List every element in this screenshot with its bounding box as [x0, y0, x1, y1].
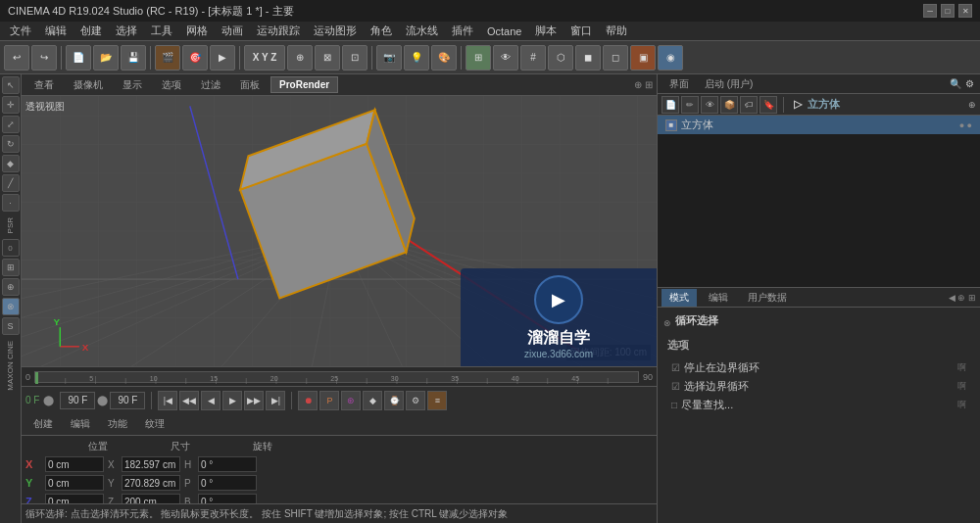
- flat-btn[interactable]: ◻: [603, 45, 628, 71]
- play-button[interactable]: ▶: [222, 391, 242, 410]
- object-item-cube[interactable]: ■ 立方体 ● ●: [658, 116, 980, 134]
- vert-icon[interactable]: ·: [2, 194, 20, 212]
- tab-userdata[interactable]: 用户数据: [740, 289, 795, 307]
- ipr-btn[interactable]: ◉: [658, 45, 683, 71]
- render-all-button[interactable]: ▶: [210, 45, 235, 71]
- snap-icon[interactable]: ⊞: [2, 259, 20, 276]
- tab-function[interactable]: 功能: [100, 415, 135, 433]
- timeline-ruler[interactable]: 0: [22, 366, 657, 386]
- auto-key-button[interactable]: ⌚: [384, 391, 404, 410]
- menu-motiontrack[interactable]: 运动跟踪: [251, 22, 306, 40]
- shaded-btn[interactable]: ◼: [575, 45, 601, 71]
- record-all-button[interactable]: ⊛: [341, 391, 361, 410]
- snap-btn[interactable]: ⊞: [466, 45, 491, 71]
- obj-mgr-controls[interactable]: ⊕: [968, 100, 976, 110]
- motion-button[interactable]: ≡: [427, 391, 447, 410]
- undo-button[interactable]: ↩: [4, 45, 29, 71]
- open-button[interactable]: 📂: [93, 45, 119, 71]
- keyframe-button[interactable]: ◆: [363, 391, 382, 410]
- obj-mgr-object-icon[interactable]: 📦: [720, 96, 738, 114]
- mode-btn2[interactable]: ⊠: [315, 45, 340, 71]
- tab-edit[interactable]: 编辑: [63, 415, 98, 433]
- rotate-icon[interactable]: ↻: [2, 135, 20, 153]
- rp-tab-startup[interactable]: 启动 (用户): [699, 75, 759, 93]
- prop-select-loop[interactable]: ☑ 选择边界循环 啊: [663, 377, 974, 396]
- prop-stop-loop[interactable]: ☑ 停止在边界循环 啊: [663, 358, 974, 377]
- x-size-input[interactable]: [122, 456, 180, 472]
- tab-camera[interactable]: 摄像机: [65, 75, 112, 95]
- menu-tools[interactable]: 工具: [145, 22, 178, 40]
- prop-find-max[interactable]: □ 尽量查找... 啊: [663, 396, 974, 414]
- tab-filter[interactable]: 过滤: [192, 75, 229, 95]
- mat-btn[interactable]: 🎨: [431, 45, 457, 71]
- tab-panel[interactable]: 面板: [231, 75, 269, 95]
- y-size-input[interactable]: [122, 475, 180, 491]
- tab-view[interactable]: 查看: [25, 75, 63, 95]
- rp-search-icon[interactable]: 🔍: [950, 78, 961, 89]
- object-vis-icons[interactable]: ● ●: [959, 120, 972, 130]
- tab-prorender[interactable]: ProRender: [270, 76, 338, 93]
- redo-button[interactable]: ↪: [31, 45, 57, 71]
- new-button[interactable]: 📄: [66, 45, 91, 71]
- select-icon[interactable]: ↖: [2, 76, 20, 94]
- menu-octane[interactable]: Octane: [481, 24, 527, 39]
- maximize-button[interactable]: □: [941, 4, 955, 18]
- y-pos-input[interactable]: [45, 475, 104, 491]
- prev-frame-button[interactable]: ◀◀: [179, 391, 199, 410]
- axis-icon[interactable]: ⊕: [2, 278, 20, 296]
- save-button[interactable]: 💾: [121, 45, 146, 71]
- menu-create[interactable]: 创建: [74, 22, 108, 40]
- tab-display[interactable]: 显示: [114, 75, 151, 95]
- object-tree[interactable]: ■ 立方体 ● ●: [658, 116, 980, 288]
- obj-mgr-file-icon[interactable]: 📄: [662, 96, 679, 114]
- wire-btn[interactable]: ⬡: [548, 45, 573, 71]
- record-pos-button[interactable]: P: [319, 391, 339, 410]
- paint-icon[interactable]: S: [2, 317, 20, 335]
- obj-mgr-tag-icon[interactable]: 🏷: [740, 96, 758, 114]
- menu-character[interactable]: 角色: [365, 22, 398, 40]
- mode-btn3[interactable]: ⊡: [342, 45, 368, 71]
- obj-mgr-bookmark-icon[interactable]: 🔖: [760, 96, 777, 114]
- viewport[interactable]: X Y 透视视图 网格间距: 100 cm ▶ 溜溜自学 zixue.3d66.…: [22, 96, 657, 366]
- scale-icon[interactable]: ⤢: [2, 116, 20, 133]
- menu-select[interactable]: 选择: [110, 22, 143, 40]
- loop-select-icon[interactable]: ⊗: [2, 298, 20, 315]
- record-button[interactable]: ⏺: [298, 391, 318, 410]
- move-icon[interactable]: ✛: [2, 96, 20, 114]
- display-btn[interactable]: 👁: [493, 45, 518, 71]
- menu-script[interactable]: 脚本: [529, 22, 563, 40]
- next-frame-button[interactable]: ▶▶: [244, 391, 264, 410]
- obj-mgr-edit-icon[interactable]: ✏: [681, 96, 699, 114]
- rp-tab-interface[interactable]: 界面: [663, 75, 695, 93]
- tab-texture[interactable]: 纹理: [137, 415, 172, 433]
- tab-edit-lower[interactable]: 编辑: [701, 289, 736, 307]
- render-button[interactable]: 🎬: [155, 45, 180, 71]
- camera-btn[interactable]: 📷: [376, 45, 402, 71]
- h-rot-input[interactable]: [198, 456, 257, 472]
- goto-end-button[interactable]: ▶|: [266, 391, 285, 410]
- mode-btn[interactable]: ⊕: [287, 45, 313, 71]
- menu-mesh[interactable]: 网格: [180, 22, 214, 40]
- timeline-bar[interactable]: 5 10 15 20 25 30 35 40 45: [34, 371, 639, 383]
- options-button[interactable]: ⚙: [406, 391, 425, 410]
- obj-mgr-view-icon[interactable]: 👁: [701, 96, 718, 114]
- light-btn[interactable]: 💡: [404, 45, 429, 71]
- render-region-button[interactable]: 🎯: [182, 45, 208, 71]
- min-frame-input[interactable]: [60, 392, 95, 409]
- tab-mode[interactable]: 模式: [662, 289, 697, 307]
- poly-icon[interactable]: ◆: [2, 155, 20, 172]
- menu-pipeline[interactable]: 流水线: [400, 22, 444, 40]
- max-frame-input[interactable]: [110, 392, 145, 409]
- goto-start-button[interactable]: |◀: [158, 391, 177, 410]
- rp-gear-icon[interactable]: ⚙: [965, 78, 974, 89]
- grid-btn[interactable]: #: [520, 45, 546, 71]
- x-pos-input[interactable]: [45, 456, 104, 472]
- render-prev-btn[interactable]: ▣: [630, 45, 656, 71]
- menu-help[interactable]: 帮助: [600, 22, 633, 40]
- edge-icon[interactable]: ╱: [2, 174, 20, 192]
- menu-file[interactable]: 文件: [4, 22, 37, 40]
- menu-mograph[interactable]: 运动图形: [308, 22, 363, 40]
- play-back-button[interactable]: ◀: [201, 391, 220, 410]
- lower-controls[interactable]: ◀ ⊕ ⊞: [949, 293, 976, 303]
- tab-options[interactable]: 选项: [153, 75, 190, 95]
